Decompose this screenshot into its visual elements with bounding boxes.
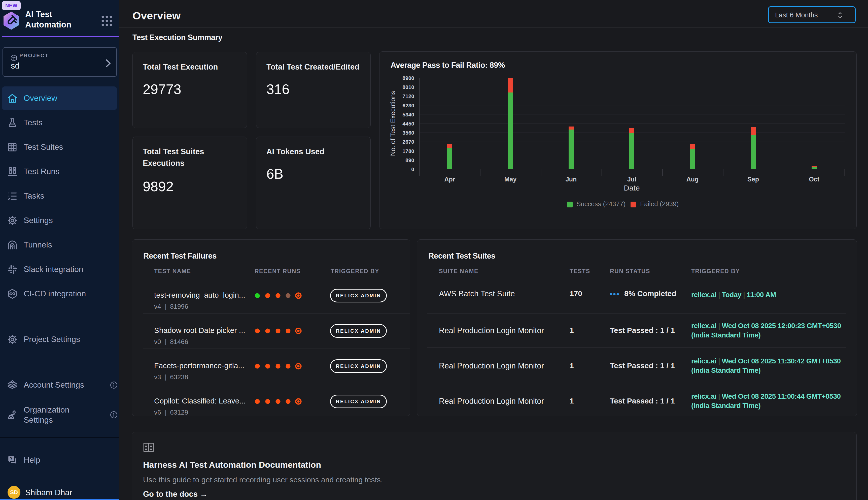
svg-text:0: 0 (411, 166, 414, 172)
svg-text:Oct: Oct (809, 176, 819, 183)
svg-text:3560: 3560 (402, 130, 414, 136)
svg-text:May: May (504, 176, 517, 183)
svg-text:6230: 6230 (402, 103, 414, 109)
svg-text:Sep: Sep (747, 176, 759, 183)
svg-text:8010: 8010 (402, 84, 414, 90)
svg-text:Date: Date (624, 184, 640, 192)
svg-text:?: ? (10, 456, 13, 461)
svg-text:Success (24377): Success (24377) (576, 200, 625, 208)
svg-text:Jul: Jul (627, 176, 636, 183)
svg-text:No. of Test Executions: No. of Test Executions (389, 91, 397, 156)
svg-text:Jun: Jun (566, 176, 577, 183)
svg-text:8900: 8900 (402, 75, 414, 81)
svg-text:1780: 1780 (402, 148, 414, 154)
svg-text:Aug: Aug (687, 176, 699, 183)
svg-text:Failed (2939): Failed (2939) (640, 200, 679, 208)
svg-text:890: 890 (406, 157, 414, 163)
svg-text:4450: 4450 (402, 121, 414, 126)
svg-text:Apr: Apr (444, 176, 455, 183)
svg-text:7120: 7120 (402, 93, 414, 99)
svg-text:5340: 5340 (402, 112, 414, 117)
svg-text:2670: 2670 (402, 139, 414, 145)
